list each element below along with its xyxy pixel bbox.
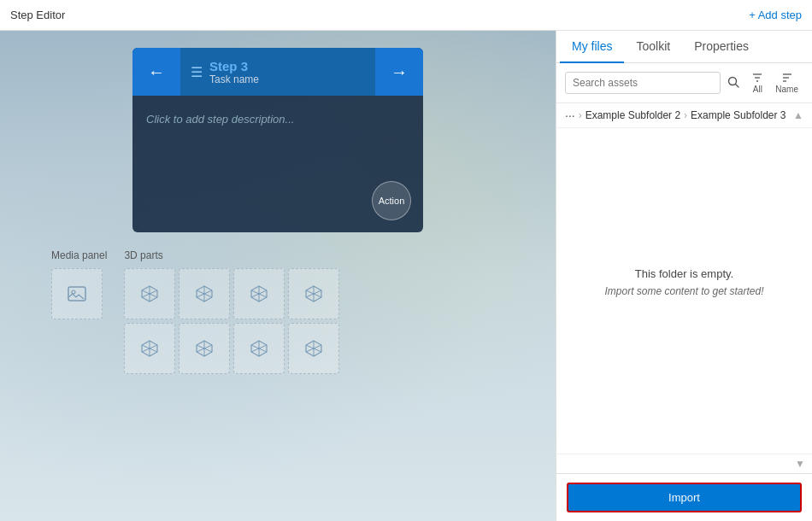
cube-icon [304,284,323,303]
3d-cell-1[interactable] [124,268,175,319]
chevron-left-icon: ← [148,62,165,82]
step-title: Step 3 [209,59,259,73]
3d-parts-grid [124,268,339,374]
3d-cell-5[interactable] [124,323,175,374]
3d-cell-2[interactable] [179,268,230,319]
breadcrumb-separator-2: › [684,109,687,121]
chevron-right-icon: → [391,62,408,82]
step-info: ☰ Step 3 Task name [180,59,375,85]
empty-state: This folder is empty. Import some conten… [556,128,812,454]
add-step-button[interactable]: + Add step [749,9,802,21]
step-card: ← ☰ Step 3 Task name → Click to add ste [132,48,423,232]
media-grid [51,268,107,319]
sort-button[interactable]: Name [770,70,803,96]
right-panel-tabs: My files Toolkit Properties [556,31,812,63]
sort-icon [781,72,793,84]
tab-toolkit[interactable]: Toolkit [624,31,682,63]
3d-cell-6[interactable] [179,323,230,374]
3d-parts-label: 3D parts [124,249,339,261]
scroll-indicator: ▼ [556,454,812,473]
empty-state-title: This folder is empty. [635,267,733,280]
filter-button[interactable]: All [746,70,768,96]
assets-section: Media panel 3D parts [26,249,530,374]
search-button[interactable] [726,74,741,92]
filter-controls: All Name [746,70,803,96]
3d-cell-8[interactable] [288,323,339,374]
step-next-button[interactable]: → [375,48,423,96]
right-panel: My files Toolkit Properties [556,31,812,521]
cube-icon [195,339,214,358]
svg-line-35 [736,84,739,87]
search-bar: All Name [556,63,812,103]
step-task-name: Task name [209,73,259,85]
breadcrumb: ··· › Example Subfolder 2 › Example Subf… [556,103,812,128]
tab-my-files[interactable]: My files [560,31,624,63]
3d-cell-3[interactable] [233,268,285,319]
app-title: Step Editor [10,9,65,21]
media-panel-group: Media panel [51,249,107,374]
tab-properties[interactable]: Properties [682,31,761,63]
cube-icon [250,339,268,358]
cube-icon [140,284,159,303]
action-button[interactable]: Action [372,181,411,220]
step-prev-button[interactable]: ← [132,48,180,96]
scroll-down-icon: ▼ [795,458,805,470]
canvas-panel: ← ☰ Step 3 Task name → Click to add ste [0,31,556,521]
filter-all-label: All [753,85,762,94]
media-panel-label: Media panel [51,249,107,261]
step-description: Click to add step description... [146,113,409,126]
image-icon [68,286,86,301]
step-title-block: Step 3 Task name [209,59,259,85]
cube-icon [304,339,323,358]
import-section: Import [556,473,812,521]
3d-cell-4[interactable] [288,268,339,319]
app-header: Step Editor + Add step [0,0,812,31]
breadcrumb-item-1[interactable]: Example Subfolder 2 [585,109,680,121]
cube-icon [140,339,159,358]
search-icon [727,76,739,88]
step-card-header: ← ☰ Step 3 Task name → [132,48,423,96]
empty-state-subtitle: Import some content to get started! [604,285,763,297]
import-button[interactable]: Import [567,483,802,512]
breadcrumb-separator-1: › [579,109,582,121]
canvas-content: ← ☰ Step 3 Task name → Click to add ste [0,31,556,391]
breadcrumb-item-2[interactable]: Example Subfolder 3 [691,109,786,121]
list-icon: ☰ [191,64,203,80]
sort-name-label: Name [775,85,798,94]
cube-icon [195,284,214,303]
main-layout: ← ☰ Step 3 Task name → Click to add ste [0,31,812,521]
media-cell[interactable] [51,268,103,319]
cube-icon [250,284,268,303]
search-input[interactable] [565,72,721,94]
breadcrumb-more[interactable]: ··· [565,108,575,122]
3d-cell-7[interactable] [233,323,285,374]
filter-icon [751,72,763,84]
scroll-up-icon[interactable]: ▲ [793,109,803,121]
svg-point-1 [72,290,75,294]
3d-parts-group: 3D parts [124,249,339,374]
